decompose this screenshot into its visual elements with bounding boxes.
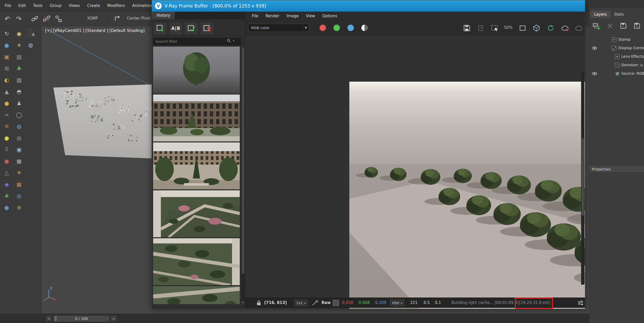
menu-group[interactable]: Group [46,0,65,11]
wave-icon[interactable]: ≈ [2,110,12,120]
nav-sphere-icon[interactable]: ● [2,203,12,212]
corner-pivot-icon[interactable] [112,14,122,24]
vfb-menu-render[interactable]: Render [262,12,283,20]
sample-size-dropdown[interactable]: 1x1 ▾ [294,300,308,306]
search-icon[interactable] [227,38,231,43]
layer-row-source-rgb[interactable]: Source: RGB [589,70,644,78]
save-layer-tree-icon[interactable] [618,21,629,31]
history-scrollbar-thumb[interactable] [242,47,244,274]
helper-icon[interactable]: ◓ [14,87,24,97]
menu-create[interactable]: Create [84,0,104,11]
geosphere-icon[interactable]: ◍ [14,122,24,131]
target-icon[interactable]: ◎ [14,133,24,143]
history-thumbnail[interactable] [153,238,240,285]
prev-frame-button[interactable]: < [45,315,52,322]
vfb-menu-file[interactable]: File [248,12,262,20]
eye-icon[interactable] [591,46,598,51]
light-bulb-icon[interactable]: ◉ [14,29,24,39]
refresh-render-icon[interactable] [545,23,556,33]
menu-views[interactable]: Views [65,0,84,11]
time-slider-handle[interactable] [54,316,57,321]
layer-row-denoiser[interactable]: Denoiser: u [589,61,644,70]
tab-stats[interactable]: Stats [610,11,628,18]
green-channel-button[interactable] [333,24,340,31]
search-filter-caret-icon[interactable]: ▾ [233,39,234,42]
menu-tools[interactable]: Tools [29,0,46,11]
time-slider[interactable]: 0 / 100 [53,315,110,322]
menu-modifiers[interactable]: Modifiers [104,0,128,11]
blue-channel-button[interactable] [347,24,354,31]
menu-edit[interactable]: Edit [15,0,29,11]
properties-header[interactable]: Properties [589,165,644,173]
history-scrollbar[interactable]: ▾ [241,47,245,304]
crate-icon[interactable]: ▦ [14,180,24,189]
scroll-down-icon[interactable]: ▾ [241,301,245,304]
image-icon[interactable]: ▣ [2,52,12,62]
status-options-icon[interactable] [577,300,584,307]
sun-icon[interactable]: ☀ [14,40,24,50]
channel-select-dropdown[interactable]: RGB color ▼ [248,24,309,32]
alpha-channel-button[interactable] [361,24,368,31]
ab-compare-button[interactable]: A|B [169,22,183,35]
sun-bright-icon[interactable]: ☼ [2,122,12,131]
render-last-teapot-icon[interactable] [559,23,569,33]
bind-to-space-warp-icon[interactable] [54,14,63,24]
triangle-outline-icon[interactable]: △ [2,168,12,178]
region-render-icon[interactable] [490,23,500,33]
remove-from-history-button[interactable] [200,22,214,35]
save-to-history-button[interactable] [153,22,167,35]
monitor-icon[interactable]: ▣ [14,145,24,155]
rotate-view-icon[interactable]: ↻ [2,29,12,39]
lock-icon[interactable] [256,300,262,307]
render-canvas-area[interactable] [245,35,585,298]
gem-icon[interactable]: ◆ [2,180,12,189]
gold-sphere-icon[interactable]: ● [2,98,12,108]
plant-icon[interactable]: ♣ [2,191,12,201]
abort-render-teapot-icon[interactable] [573,23,583,33]
render-scrollbar-thumb[interactable] [582,138,584,216]
figure-icon[interactable]: ♟ [14,98,24,108]
undo-icon[interactable]: ↶ [3,14,12,24]
history-thumbnail[interactable] [153,47,240,94]
layer-row-lens-effects[interactable]: Lens Effects [589,53,644,61]
yellow-sphere-icon[interactable]: ● [2,133,12,143]
hsv-mode-dropdown[interactable]: HSV ▾ [390,300,404,306]
history-thumbnail[interactable] [153,190,240,237]
history-thumbnail[interactable] [153,95,240,141]
notebook-icon[interactable]: ▥ [14,75,24,85]
tab-history[interactable]: History [152,12,175,19]
eye-icon[interactable] [591,72,598,77]
viewport-label[interactable]: [+] [VRayCam001 ] [Standard ] [Default S… [45,28,145,33]
redo-icon[interactable]: ↷ [14,14,24,24]
red-channel-button[interactable] [319,24,326,31]
menu-file[interactable]: File [1,0,15,11]
add-layer-icon[interactable] [591,21,602,31]
select-and-link-icon[interactable] [30,14,40,24]
tab-layers[interactable]: Layers [590,11,610,18]
load-layer-tree-icon[interactable] [632,21,643,31]
render-cube-icon[interactable] [531,23,542,33]
sun-small-icon[interactable]: ☀ [14,168,24,178]
material-ball-icon[interactable]: ◐ [2,75,12,85]
unlink-selection-icon[interactable] [42,14,52,24]
grid-snap-icon[interactable]: ⊞ [2,64,12,73]
dots-grid-icon[interactable]: ⠿ [2,145,12,155]
color-picker-icon[interactable] [312,300,318,307]
group-box-icon[interactable]: ▦ [14,156,24,166]
red-sphere-icon[interactable]: ● [2,156,12,166]
render-vertical-scrollbar[interactable] [581,71,584,285]
vfb-title-bar[interactable]: V V-Ray Frame Buffer - [800.0% of 1253 x… [152,0,585,12]
zoom-level-label[interactable]: 50% [504,25,513,30]
vfb-menu-image[interactable]: Image [283,12,302,20]
history-thumbnail[interactable] [153,286,240,304]
torus-icon[interactable]: ◯ [14,110,24,120]
delete-layer-icon[interactable] [605,21,615,31]
tree-icon[interactable]: ♣ [14,64,24,73]
next-frame-button[interactable]: > [110,315,117,322]
cone-icon[interactable]: ▲ [2,87,12,97]
vfb-menu-view[interactable]: View [302,12,319,20]
set-a-button[interactable] [185,22,199,35]
layer-row-stamp[interactable]: Stamp [589,36,644,44]
wheel-icon[interactable]: ⊕ [14,203,24,212]
save-image-icon[interactable] [462,23,472,33]
